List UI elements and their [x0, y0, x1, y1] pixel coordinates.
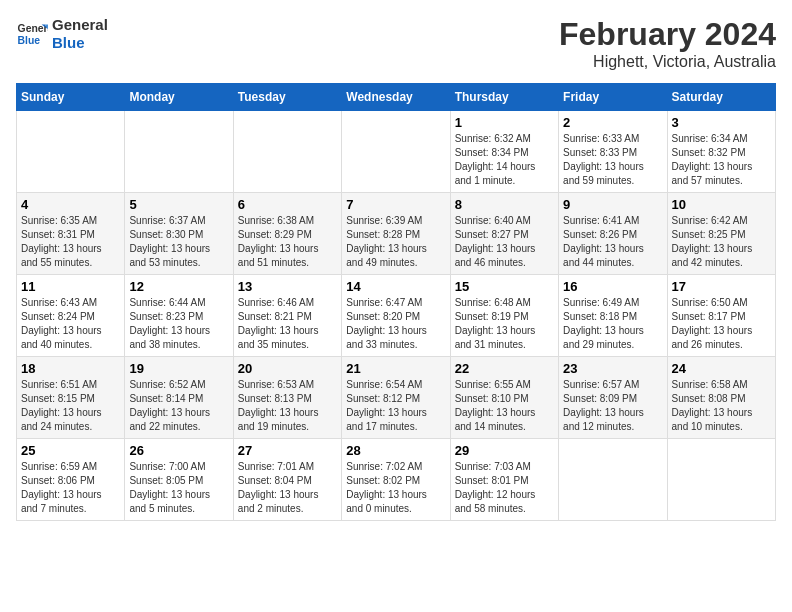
day-number: 17	[672, 279, 771, 294]
calendar-cell: 25Sunrise: 6:59 AM Sunset: 8:06 PM Dayli…	[17, 439, 125, 521]
day-number: 10	[672, 197, 771, 212]
day-info: Sunrise: 6:43 AM Sunset: 8:24 PM Dayligh…	[21, 296, 120, 352]
calendar-cell: 7Sunrise: 6:39 AM Sunset: 8:28 PM Daylig…	[342, 193, 450, 275]
day-number: 29	[455, 443, 554, 458]
day-number: 8	[455, 197, 554, 212]
day-number: 1	[455, 115, 554, 130]
header: General Blue General Blue February 2024 …	[16, 16, 776, 71]
day-number: 20	[238, 361, 337, 376]
calendar-cell: 1Sunrise: 6:32 AM Sunset: 8:34 PM Daylig…	[450, 111, 558, 193]
day-number: 7	[346, 197, 445, 212]
day-info: Sunrise: 6:34 AM Sunset: 8:32 PM Dayligh…	[672, 132, 771, 188]
day-info: Sunrise: 6:52 AM Sunset: 8:14 PM Dayligh…	[129, 378, 228, 434]
calendar-cell: 14Sunrise: 6:47 AM Sunset: 8:20 PM Dayli…	[342, 275, 450, 357]
page-subtitle: Highett, Victoria, Australia	[559, 53, 776, 71]
calendar-cell: 12Sunrise: 6:44 AM Sunset: 8:23 PM Dayli…	[125, 275, 233, 357]
day-number: 28	[346, 443, 445, 458]
day-number: 27	[238, 443, 337, 458]
day-number: 15	[455, 279, 554, 294]
header-friday: Friday	[559, 84, 667, 111]
day-info: Sunrise: 6:42 AM Sunset: 8:25 PM Dayligh…	[672, 214, 771, 270]
calendar-cell: 16Sunrise: 6:49 AM Sunset: 8:18 PM Dayli…	[559, 275, 667, 357]
day-number: 24	[672, 361, 771, 376]
day-info: Sunrise: 7:01 AM Sunset: 8:04 PM Dayligh…	[238, 460, 337, 516]
header-saturday: Saturday	[667, 84, 775, 111]
calendar-cell	[559, 439, 667, 521]
calendar-cell: 28Sunrise: 7:02 AM Sunset: 8:02 PM Dayli…	[342, 439, 450, 521]
logo: General Blue General Blue	[16, 16, 108, 52]
header-sunday: Sunday	[17, 84, 125, 111]
header-wednesday: Wednesday	[342, 84, 450, 111]
calendar-cell: 24Sunrise: 6:58 AM Sunset: 8:08 PM Dayli…	[667, 357, 775, 439]
day-info: Sunrise: 6:39 AM Sunset: 8:28 PM Dayligh…	[346, 214, 445, 270]
day-number: 26	[129, 443, 228, 458]
calendar-cell	[17, 111, 125, 193]
day-number: 25	[21, 443, 120, 458]
day-number: 18	[21, 361, 120, 376]
day-number: 23	[563, 361, 662, 376]
calendar-cell: 26Sunrise: 7:00 AM Sunset: 8:05 PM Dayli…	[125, 439, 233, 521]
calendar-week-row: 4Sunrise: 6:35 AM Sunset: 8:31 PM Daylig…	[17, 193, 776, 275]
calendar-cell	[342, 111, 450, 193]
day-info: Sunrise: 6:44 AM Sunset: 8:23 PM Dayligh…	[129, 296, 228, 352]
calendar-cell: 20Sunrise: 6:53 AM Sunset: 8:13 PM Dayli…	[233, 357, 341, 439]
day-info: Sunrise: 6:47 AM Sunset: 8:20 PM Dayligh…	[346, 296, 445, 352]
day-info: Sunrise: 6:48 AM Sunset: 8:19 PM Dayligh…	[455, 296, 554, 352]
day-number: 9	[563, 197, 662, 212]
calendar-cell: 19Sunrise: 6:52 AM Sunset: 8:14 PM Dayli…	[125, 357, 233, 439]
day-info: Sunrise: 6:57 AM Sunset: 8:09 PM Dayligh…	[563, 378, 662, 434]
day-info: Sunrise: 6:55 AM Sunset: 8:10 PM Dayligh…	[455, 378, 554, 434]
calendar-cell: 21Sunrise: 6:54 AM Sunset: 8:12 PM Dayli…	[342, 357, 450, 439]
logo-line1: General	[52, 16, 108, 34]
calendar-cell: 27Sunrise: 7:01 AM Sunset: 8:04 PM Dayli…	[233, 439, 341, 521]
calendar-cell: 10Sunrise: 6:42 AM Sunset: 8:25 PM Dayli…	[667, 193, 775, 275]
calendar-week-row: 1Sunrise: 6:32 AM Sunset: 8:34 PM Daylig…	[17, 111, 776, 193]
calendar-cell: 9Sunrise: 6:41 AM Sunset: 8:26 PM Daylig…	[559, 193, 667, 275]
day-number: 19	[129, 361, 228, 376]
calendar-week-row: 25Sunrise: 6:59 AM Sunset: 8:06 PM Dayli…	[17, 439, 776, 521]
day-info: Sunrise: 6:49 AM Sunset: 8:18 PM Dayligh…	[563, 296, 662, 352]
day-info: Sunrise: 6:41 AM Sunset: 8:26 PM Dayligh…	[563, 214, 662, 270]
day-number: 6	[238, 197, 337, 212]
day-info: Sunrise: 6:46 AM Sunset: 8:21 PM Dayligh…	[238, 296, 337, 352]
calendar-cell: 18Sunrise: 6:51 AM Sunset: 8:15 PM Dayli…	[17, 357, 125, 439]
day-info: Sunrise: 7:02 AM Sunset: 8:02 PM Dayligh…	[346, 460, 445, 516]
calendar-cell	[233, 111, 341, 193]
day-info: Sunrise: 6:59 AM Sunset: 8:06 PM Dayligh…	[21, 460, 120, 516]
day-number: 14	[346, 279, 445, 294]
day-info: Sunrise: 6:53 AM Sunset: 8:13 PM Dayligh…	[238, 378, 337, 434]
day-number: 4	[21, 197, 120, 212]
day-info: Sunrise: 6:33 AM Sunset: 8:33 PM Dayligh…	[563, 132, 662, 188]
header-thursday: Thursday	[450, 84, 558, 111]
day-number: 12	[129, 279, 228, 294]
calendar-cell: 15Sunrise: 6:48 AM Sunset: 8:19 PM Dayli…	[450, 275, 558, 357]
title-area: February 2024 Highett, Victoria, Austral…	[559, 16, 776, 71]
day-number: 13	[238, 279, 337, 294]
calendar-cell: 5Sunrise: 6:37 AM Sunset: 8:30 PM Daylig…	[125, 193, 233, 275]
calendar-cell: 23Sunrise: 6:57 AM Sunset: 8:09 PM Dayli…	[559, 357, 667, 439]
calendar-header-row: SundayMondayTuesdayWednesdayThursdayFrid…	[17, 84, 776, 111]
day-number: 22	[455, 361, 554, 376]
day-number: 5	[129, 197, 228, 212]
day-number: 3	[672, 115, 771, 130]
calendar-cell: 8Sunrise: 6:40 AM Sunset: 8:27 PM Daylig…	[450, 193, 558, 275]
calendar-cell: 17Sunrise: 6:50 AM Sunset: 8:17 PM Dayli…	[667, 275, 775, 357]
day-info: Sunrise: 6:40 AM Sunset: 8:27 PM Dayligh…	[455, 214, 554, 270]
day-info: Sunrise: 6:35 AM Sunset: 8:31 PM Dayligh…	[21, 214, 120, 270]
day-info: Sunrise: 6:58 AM Sunset: 8:08 PM Dayligh…	[672, 378, 771, 434]
header-monday: Monday	[125, 84, 233, 111]
day-info: Sunrise: 7:00 AM Sunset: 8:05 PM Dayligh…	[129, 460, 228, 516]
day-info: Sunrise: 6:37 AM Sunset: 8:30 PM Dayligh…	[129, 214, 228, 270]
calendar-week-row: 18Sunrise: 6:51 AM Sunset: 8:15 PM Dayli…	[17, 357, 776, 439]
day-number: 2	[563, 115, 662, 130]
calendar-cell: 3Sunrise: 6:34 AM Sunset: 8:32 PM Daylig…	[667, 111, 775, 193]
calendar-cell: 29Sunrise: 7:03 AM Sunset: 8:01 PM Dayli…	[450, 439, 558, 521]
day-info: Sunrise: 6:32 AM Sunset: 8:34 PM Dayligh…	[455, 132, 554, 188]
calendar-cell	[125, 111, 233, 193]
logo-line2: Blue	[52, 34, 108, 52]
day-info: Sunrise: 6:50 AM Sunset: 8:17 PM Dayligh…	[672, 296, 771, 352]
page-title: February 2024	[559, 16, 776, 53]
calendar-table: SundayMondayTuesdayWednesdayThursdayFrid…	[16, 83, 776, 521]
calendar-cell: 22Sunrise: 6:55 AM Sunset: 8:10 PM Dayli…	[450, 357, 558, 439]
day-info: Sunrise: 7:03 AM Sunset: 8:01 PM Dayligh…	[455, 460, 554, 516]
